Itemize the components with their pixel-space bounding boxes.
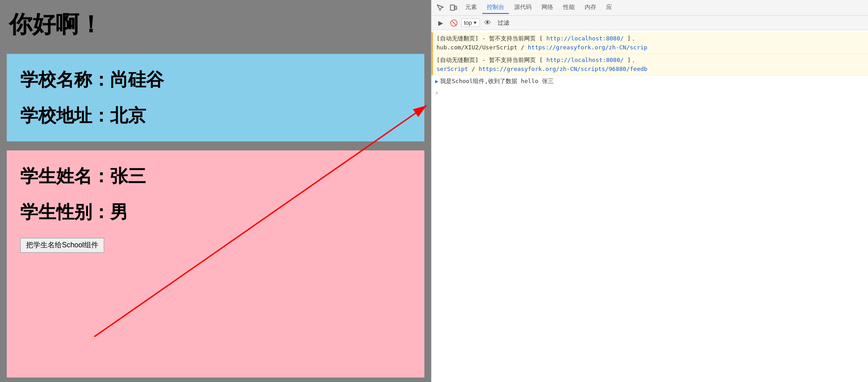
context-selector[interactable]: top ▼: [461, 18, 480, 27]
student-gender-label: 学生性别：男: [20, 200, 411, 224]
warn-link-2c[interactable]: https://greasyfork.org/zh-CN/scripts/968…: [479, 66, 648, 72]
inspect-element-icon[interactable]: [434, 1, 446, 14]
tab-application[interactable]: 应: [602, 1, 617, 14]
tab-sources[interactable]: 源代码: [510, 1, 536, 14]
warn-link-1a[interactable]: http://localhost:8080/: [546, 35, 624, 42]
devtools-panel: 元素 控制台 源代码 网络 性能 内存 应 ▶ 🚫 top ▼ 👁 过滤 [自动…: [431, 0, 868, 382]
clear-console-icon[interactable]: 🚫: [448, 18, 459, 28]
tab-memory[interactable]: 内存: [580, 1, 601, 14]
chevron-down-icon: ▼: [473, 20, 477, 25]
main-app-panel: 你好啊！ 学校名称：尚硅谷 学校地址：北京 学生姓名：张三 学生性别：男 把学生…: [0, 0, 431, 382]
devtools-tabs-bar: 元素 控制台 源代码 网络 性能 内存 应: [432, 0, 868, 16]
warn-text-2: [自动无缝翻页] - 暂不支持当前网页 [ http://localhost:8…: [436, 57, 648, 72]
school-component: 学校名称：尚硅谷 学校地址：北京: [7, 54, 424, 141]
tab-network[interactable]: 网络: [537, 1, 558, 14]
log-arrow-icon: ▶: [435, 78, 438, 84]
console-log-entry-1: ▶ 我是School组件,收到了数据 hello 张三: [432, 75, 868, 87]
warn-text-1: [自动无缝翻页] - 暂不支持当前网页 [ http://localhost:8…: [436, 35, 648, 51]
svg-rect-3: [455, 6, 457, 9]
student-component: 学生姓名：张三 学生性别：男 把学生名给School组件: [7, 150, 424, 378]
greeting-text: 你好啊！: [9, 11, 102, 37]
devtools-toolbar: ▶ 🚫 top ▼ 👁 过滤: [432, 16, 868, 30]
filter-label: 过滤: [495, 19, 511, 27]
send-to-school-button[interactable]: 把学生名给School组件: [20, 238, 104, 253]
student-name-label: 学生姓名：张三: [20, 164, 411, 189]
warn-link-2b[interactable]: serScript: [436, 66, 468, 72]
tab-performance[interactable]: 性能: [559, 1, 579, 14]
console-empty-row: ›: [432, 87, 868, 98]
eye-icon[interactable]: 👁: [482, 18, 493, 28]
console-chevron-icon: ›: [435, 90, 438, 96]
execute-script-icon[interactable]: ▶: [435, 18, 446, 28]
greeting-section: 你好啊！: [0, 0, 431, 49]
school-address-label: 学校地址：北京: [20, 103, 411, 128]
console-output: [自动无缝翻页] - 暂不支持当前网页 [ http://localhost:8…: [432, 30, 868, 382]
tab-console[interactable]: 控制台: [482, 1, 509, 14]
console-warn-entry-1: [自动无缝翻页] - 暂不支持当前网页 [ http://localhost:8…: [432, 32, 868, 54]
tab-elements[interactable]: 元素: [461, 1, 481, 14]
warn-link-2a[interactable]: http://localhost:8080/: [546, 57, 624, 63]
log-text-1: 我是School组件,收到了数据 hello 张三: [440, 77, 554, 85]
context-label: top: [464, 19, 472, 26]
device-toggle-icon[interactable]: [447, 1, 460, 14]
console-warn-entry-2: [自动无缝翻页] - 暂不支持当前网页 [ http://localhost:8…: [432, 54, 868, 75]
school-name-label: 学校名称：尚硅谷: [20, 67, 411, 92]
svg-rect-2: [450, 5, 454, 10]
warn-link-1b[interactable]: https://greasyfork.org/zh-CN/scrip: [528, 44, 648, 51]
